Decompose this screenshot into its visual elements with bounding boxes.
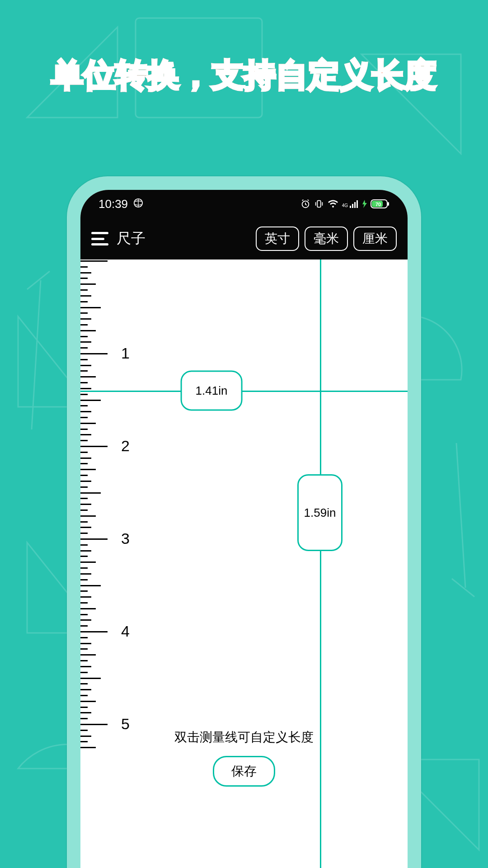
ruler-tick	[80, 347, 88, 349]
unit-mm-button[interactable]: 毫米	[305, 226, 348, 251]
ruler-label: 2	[121, 437, 130, 455]
signal-icon: 4G	[342, 200, 359, 208]
ruler-tick	[80, 307, 101, 308]
ruler-tick	[80, 556, 88, 557]
svg-rect-7	[357, 200, 358, 208]
svg-rect-9	[388, 202, 389, 206]
svg-text:70: 70	[375, 202, 381, 207]
svg-rect-5	[352, 204, 353, 208]
ruler-tick	[80, 278, 88, 279]
svg-rect-6	[354, 202, 356, 208]
page-headline: 单位转换，支持自定义长度	[0, 54, 488, 97]
ruler-tick	[80, 544, 88, 546]
ruler-tick	[80, 619, 91, 621]
ruler-tick	[80, 550, 91, 552]
ruler-tick	[80, 492, 101, 494]
ruler-tick	[80, 521, 88, 523]
ruler-tick	[80, 423, 96, 424]
ruler-tick	[80, 446, 108, 447]
ruler-tick	[80, 585, 101, 586]
ruler-tick	[80, 469, 96, 470]
ruler-tick	[80, 724, 108, 725]
ruler-tick	[80, 567, 88, 569]
ruler-tick	[80, 608, 96, 609]
ruler-tick	[80, 741, 88, 742]
ruler-tick	[80, 365, 91, 366]
ruler-tick	[80, 400, 101, 401]
ruler-label: 1	[121, 344, 130, 362]
vertical-measure-text: 1.59in	[304, 506, 336, 520]
ruler-tick	[80, 707, 88, 708]
ruler-tick	[80, 672, 88, 673]
wifi-icon	[328, 199, 338, 208]
ruler-tick	[80, 747, 96, 748]
ruler-tick	[80, 463, 88, 464]
vertical-measure-value[interactable]: 1.59in	[297, 474, 343, 551]
ruler-tick	[80, 440, 88, 441]
ruler-tick	[80, 561, 96, 563]
ruler-tick	[80, 376, 96, 377]
ruler-tick	[80, 411, 91, 412]
ruler-tick	[80, 596, 91, 598]
ruler-tick	[80, 648, 88, 650]
unit-cm-button[interactable]: 厘米	[353, 226, 397, 251]
ruler-tick	[80, 654, 96, 656]
charging-icon	[362, 200, 367, 208]
menu-icon[interactable]	[91, 232, 108, 245]
ruler-tick	[80, 683, 88, 684]
ruler-tick	[80, 429, 88, 430]
ruler-tick	[80, 660, 88, 661]
ruler-tick	[80, 336, 88, 337]
ruler-ticks: 12345	[80, 259, 144, 868]
ruler-tick	[80, 475, 88, 476]
ruler-tick	[80, 370, 88, 372]
svg-rect-3	[317, 201, 320, 208]
ruler-tick	[80, 486, 88, 488]
ruler-tick	[80, 295, 91, 297]
ruler-tick	[80, 289, 88, 291]
ruler-tick	[80, 434, 91, 435]
ruler-label: 3	[121, 530, 130, 547]
ruler-tick	[80, 388, 91, 389]
vibrate-icon	[314, 199, 324, 209]
ruler-tick	[80, 590, 88, 592]
ruler-tick	[80, 266, 88, 268]
ruler-tick	[80, 643, 91, 644]
horizontal-measure-value[interactable]: 1.41in	[181, 371, 243, 411]
hint-text: 双击测量线可自定义长度	[174, 729, 314, 746]
ruler-label: 5	[121, 715, 130, 733]
phone-screen: 10:39 4G	[80, 190, 408, 868]
ruler-tick	[80, 631, 108, 632]
ruler-tick	[80, 405, 88, 406]
horizontal-measure-line[interactable]	[80, 391, 408, 392]
save-button[interactable]: 保存	[213, 756, 275, 787]
ruler-tick	[80, 359, 88, 360]
ruler-tick	[80, 701, 96, 702]
ruler-tick	[80, 272, 91, 274]
ruler-tick	[80, 614, 88, 615]
phone-frame: 10:39 4G	[67, 176, 421, 868]
status-time: 10:39	[99, 197, 128, 211]
ruler-tick	[80, 637, 88, 638]
ruler-tick	[80, 382, 88, 383]
ruler-tick	[80, 301, 88, 302]
vertical-measure-line[interactable]	[320, 259, 321, 868]
svg-rect-4	[350, 206, 351, 208]
ruler-tick	[80, 481, 91, 482]
unit-inch-button[interactable]: 英寸	[256, 226, 299, 251]
app-title: 尺子	[117, 229, 145, 249]
ruler-tick	[80, 695, 88, 696]
ruler-tick	[80, 527, 91, 528]
ruler-tick	[80, 341, 91, 343]
ruler-tick	[80, 318, 91, 320]
ruler-tick	[80, 730, 88, 731]
ruler-tick	[80, 515, 96, 517]
ruler-tick	[80, 666, 91, 667]
ruler-tick	[80, 504, 91, 505]
network-indicator-icon	[133, 197, 143, 211]
alarm-icon	[300, 199, 310, 209]
ruler-tick	[80, 260, 108, 262]
ruler-canvas[interactable]: 12345 1.41in 1.59in 双击测量线可自定义长度 保存	[80, 259, 408, 868]
app-bar: 尺子 英寸 毫米 厘米	[80, 218, 408, 259]
ruler-tick	[80, 312, 88, 314]
